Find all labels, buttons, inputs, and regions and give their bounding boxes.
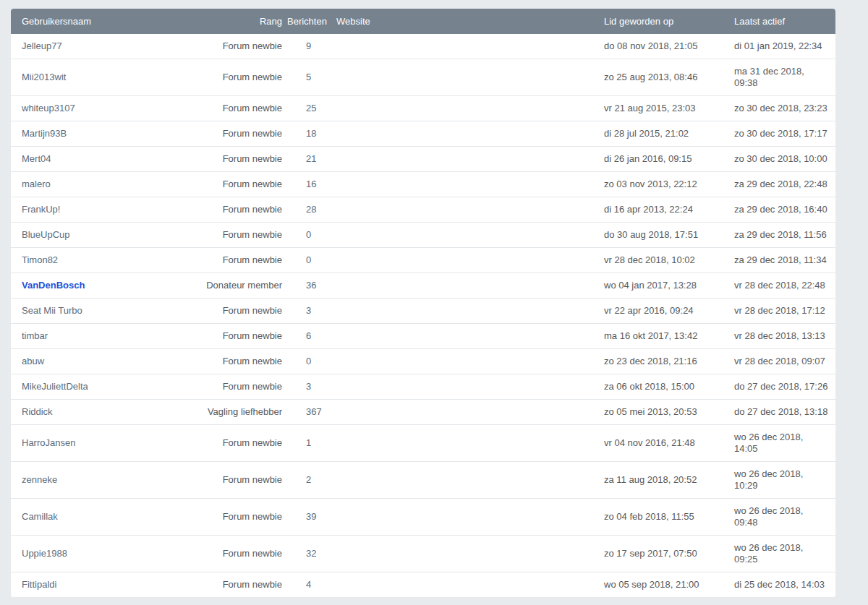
username-link[interactable]: zenneke — [22, 474, 57, 485]
column-header-joined[interactable]: Lid geworden op — [593, 9, 716, 34]
username-link[interactable]: Martijn93B — [22, 128, 67, 139]
username-link[interactable]: timbar — [22, 330, 48, 341]
last-active-date: vr 28 dec 2018, 17:12 — [716, 298, 835, 323]
post-count-link[interactable]: 21 — [306, 153, 316, 164]
post-count-link[interactable]: 9 — [306, 40, 311, 51]
post-count-link[interactable]: 25 — [306, 103, 316, 113]
post-count-link[interactable]: 3 — [306, 305, 311, 316]
column-header-website[interactable]: Website — [336, 9, 593, 34]
rank-label: Forum newbie — [195, 461, 282, 498]
post-count-cell: 3 — [282, 298, 336, 323]
header-row: Gebruikersnaam Rang Berichten Website Li… — [11, 9, 835, 34]
joined-date: za 11 aug 2018, 20:52 — [593, 461, 716, 498]
rank-label: Forum newbie — [195, 34, 282, 59]
rank-label: Forum newbie — [195, 197, 282, 222]
username-cell: malero — [11, 171, 195, 197]
username-link[interactable]: Jelleup77 — [22, 40, 62, 51]
table-row: Uppie1988 Forum newbie 32 zo 17 sep 2017… — [11, 535, 835, 572]
website-cell — [336, 399, 593, 424]
username-link[interactable]: abuw — [22, 356, 44, 366]
table-row: HarroJansen Forum newbie 1 vr 04 nov 201… — [11, 424, 835, 461]
post-count-cell: 32 — [282, 535, 336, 572]
table-row: MikeJuliettDelta Forum newbie 3 za 06 ok… — [11, 374, 835, 399]
username-cell: Riddick — [11, 399, 195, 424]
username-link[interactable]: whiteup3107 — [22, 103, 75, 113]
post-count-cell: 28 — [282, 197, 336, 222]
post-count-link[interactable]: 0 — [306, 254, 311, 265]
username-link[interactable]: Uppie1988 — [22, 548, 67, 559]
username-link[interactable]: Mii2013wit — [22, 72, 66, 82]
joined-date: wo 05 sep 2018, 21:00 — [593, 572, 716, 597]
username-cell: whiteup3107 — [11, 95, 195, 121]
table-row: BlueUpCup Forum newbie 0 do 30 aug 2018,… — [11, 222, 835, 247]
username-cell: FrankUp! — [11, 197, 195, 222]
memberlist-header: Gebruikersnaam Rang Berichten Website Li… — [11, 9, 835, 34]
username-cell: zenneke — [11, 461, 195, 498]
post-count-link[interactable]: 5 — [306, 72, 311, 82]
username-link[interactable]: HarroJansen — [22, 437, 75, 448]
username-cell: timbar — [11, 323, 195, 348]
post-count-link[interactable]: 0 — [306, 229, 311, 240]
post-count-cell: 0 — [282, 222, 336, 247]
joined-date: di 26 jan 2016, 09:15 — [593, 146, 716, 171]
username-link[interactable]: Mert04 — [22, 153, 51, 164]
column-header-username[interactable]: Gebruikersnaam — [11, 9, 195, 34]
post-count-link[interactable]: 6 — [306, 330, 311, 341]
rank-label: Forum newbie — [195, 424, 282, 461]
post-count-link[interactable]: 2 — [306, 474, 311, 485]
username-link[interactable]: Fittipaldi — [22, 579, 56, 590]
username-link[interactable]: MikeJuliettDelta — [22, 381, 88, 392]
post-count-link[interactable]: 36 — [306, 280, 316, 291]
column-header-posts[interactable]: Berichten — [282, 9, 336, 34]
website-cell — [336, 247, 593, 273]
username-link[interactable]: Timon82 — [22, 254, 58, 265]
post-count-cell: 36 — [282, 273, 336, 298]
website-cell — [336, 374, 593, 399]
post-count-link[interactable]: 28 — [306, 204, 316, 215]
joined-date: za 06 okt 2018, 15:00 — [593, 374, 716, 399]
website-cell — [336, 424, 593, 461]
username-cell: Seat Mii Turbo — [11, 298, 195, 323]
username-link[interactable]: BlueUpCup — [22, 229, 70, 240]
post-count-cell: 6 — [282, 323, 336, 348]
username-link[interactable]: FrankUp! — [22, 204, 60, 215]
post-count-link[interactable]: 3 — [306, 381, 311, 392]
username-link[interactable]: Seat Mii Turbo — [22, 305, 82, 316]
post-count-link[interactable]: 4 — [306, 579, 311, 590]
column-header-rank[interactable]: Rang — [195, 9, 282, 34]
post-count-link[interactable]: 39 — [306, 511, 316, 522]
last-active-date: wo 26 dec 2018, 10:29 — [716, 461, 835, 498]
memberlist-table: Gebruikersnaam Rang Berichten Website Li… — [11, 9, 835, 597]
post-count-link[interactable]: 367 — [306, 406, 322, 417]
website-cell — [336, 59, 593, 95]
rank-label: Forum newbie — [195, 95, 282, 121]
username-cell: Mii2013wit — [11, 59, 195, 95]
post-count-cell: 0 — [282, 247, 336, 273]
post-count-cell: 5 — [282, 59, 336, 95]
username-link[interactable]: malero — [22, 179, 51, 189]
post-count-link[interactable]: 16 — [306, 179, 316, 189]
post-count-link[interactable]: 1 — [306, 437, 311, 448]
rank-label: Forum newbie — [195, 171, 282, 197]
post-count-cell: 25 — [282, 95, 336, 121]
joined-date: vr 04 nov 2016, 21:48 — [593, 424, 716, 461]
username-link[interactable]: VanDenBosch — [22, 280, 85, 291]
joined-date: zo 25 aug 2013, 08:46 — [593, 59, 716, 95]
column-header-last-active[interactable]: Laatst actief — [716, 9, 835, 34]
post-count-link[interactable]: 0 — [306, 356, 311, 366]
post-count-cell: 39 — [282, 498, 336, 535]
username-link[interactable]: Camillak — [22, 511, 58, 522]
post-count-cell: 2 — [282, 461, 336, 498]
rank-label: Forum newbie — [195, 572, 282, 597]
post-count-link[interactable]: 32 — [306, 548, 316, 559]
rank-label: Forum newbie — [195, 498, 282, 535]
joined-date: di 16 apr 2013, 22:24 — [593, 197, 716, 222]
joined-date: vr 22 apr 2016, 09:24 — [593, 298, 716, 323]
table-row: Mii2013wit Forum newbie 5 zo 25 aug 2013… — [11, 59, 835, 95]
post-count-link[interactable]: 18 — [306, 128, 316, 139]
website-cell — [336, 197, 593, 222]
username-link[interactable]: Riddick — [22, 406, 53, 417]
post-count-cell: 1 — [282, 424, 336, 461]
website-cell — [336, 498, 593, 535]
post-count-cell: 367 — [282, 399, 336, 424]
